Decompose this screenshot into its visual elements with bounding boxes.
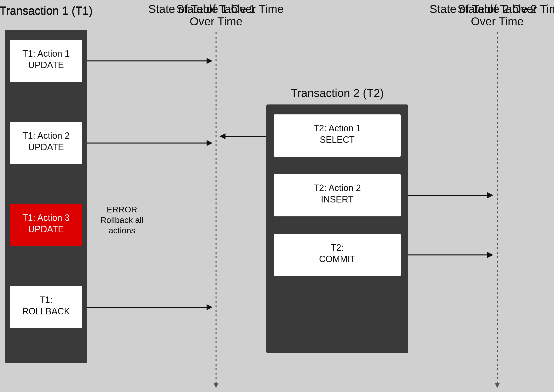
t2-action2-line2: INSERT	[321, 194, 353, 204]
t2-action1-line2: SELECT	[320, 135, 355, 145]
t1-action3-line2: UPDATE	[28, 224, 64, 234]
t2-commit-line2: COMMIT	[319, 254, 355, 264]
t1-action1-line2: UPDATE	[28, 60, 64, 70]
t1-action2-line2: UPDATE	[28, 142, 64, 152]
t1-action3-line1: T1: Action 3	[22, 213, 70, 223]
t2-commit-line1: T2:	[331, 243, 344, 253]
error-label-line2: Rollback all	[100, 215, 144, 225]
svg-text:Over Time: Over Time	[471, 15, 524, 28]
svg-text:Over Time: Over Time	[190, 15, 242, 28]
t2-action2-line1: T2: Action 2	[314, 183, 361, 193]
t1-action1-line1: T1: Action 1	[22, 49, 70, 59]
error-label-line3: actions	[109, 226, 135, 235]
t1-rollback-line1: T1:	[40, 295, 53, 305]
svg-text:State of Table 2: State of Table 2	[458, 2, 537, 15]
svg-text:State of Table 1: State of Table 1	[176, 2, 256, 15]
t2-action1-line1: T2: Action 1	[314, 123, 361, 133]
error-label-line1: ERROR	[107, 205, 137, 214]
svg-text:Transaction 2 (T2): Transaction 2 (T2)	[291, 87, 384, 99]
svg-text:Transaction 1 (T1): Transaction 1 (T1)	[0, 4, 93, 17]
t1-action2-line1: T1: Action 2	[22, 131, 70, 141]
t1-rollback-line2: ROLLBACK	[22, 306, 70, 316]
